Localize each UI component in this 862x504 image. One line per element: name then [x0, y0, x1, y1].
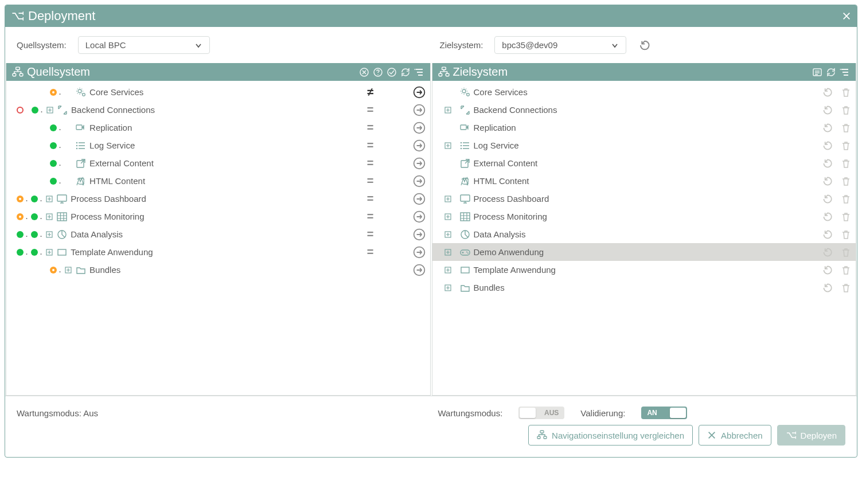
tree-row[interactable]: Replication: [432, 119, 856, 136]
expand-icon[interactable]: [444, 142, 452, 150]
check-icon[interactable]: [387, 67, 397, 77]
delete-icon[interactable]: [841, 105, 851, 115]
delete-icon[interactable]: [841, 158, 851, 169]
expand-icon[interactable]: [444, 266, 452, 274]
tree-row[interactable]: ..Process Monitoring=: [6, 208, 430, 225]
tree-row[interactable]: Log Service: [432, 136, 856, 154]
tree-row[interactable]: Template Anwendung: [432, 261, 856, 279]
transfer-icon[interactable]: [413, 86, 426, 99]
delete-icon[interactable]: [841, 87, 851, 97]
expand-icon[interactable]: [45, 248, 53, 256]
tree-row[interactable]: Bundles: [432, 279, 856, 296]
transfer-icon[interactable]: [413, 139, 426, 152]
cancel-button[interactable]: Abbrechen: [699, 425, 771, 446]
expand-icon[interactable]: [444, 284, 452, 292]
delete-icon[interactable]: [841, 123, 851, 133]
maintenance-toggle[interactable]: AUS: [518, 407, 564, 419]
delete-icon[interactable]: [841, 212, 851, 222]
tree-item-label: External Content: [474, 158, 818, 168]
transfer-icon[interactable]: [413, 193, 426, 205]
tree-row[interactable]: Demo Anwendung: [432, 243, 856, 261]
clear-icon[interactable]: [359, 67, 369, 77]
transfer-icon[interactable]: [413, 157, 426, 170]
target-system-select[interactable]: bpc35@dev09: [494, 36, 626, 54]
expand-icon[interactable]: [64, 266, 72, 274]
tree-row[interactable]: .Core Services≠: [6, 83, 430, 101]
transfer-icon[interactable]: [413, 210, 426, 223]
expand-icon[interactable]: [444, 106, 452, 114]
refresh-icon[interactable]: [826, 67, 836, 77]
transfer-icon[interactable]: [413, 246, 426, 259]
delete-icon[interactable]: [841, 247, 851, 257]
tree-row[interactable]: .Backend Connections=: [6, 101, 430, 119]
refresh-icon[interactable]: [400, 67, 411, 77]
revert-icon[interactable]: [821, 175, 833, 187]
pie-icon: [57, 229, 67, 240]
tree-row[interactable]: External Content: [432, 154, 856, 172]
close-icon[interactable]: [842, 11, 851, 21]
tree-row[interactable]: .Log Service=: [6, 136, 430, 154]
tree-row[interactable]: Data Analysis: [432, 225, 856, 243]
revert-icon[interactable]: [821, 211, 833, 222]
tree-row[interactable]: Process Dashboard: [432, 190, 856, 208]
revert-icon[interactable]: [821, 140, 833, 151]
revert-icon[interactable]: [821, 229, 833, 240]
help-icon[interactable]: [373, 67, 383, 77]
expand-icon[interactable]: [46, 106, 54, 114]
expand-icon[interactable]: [45, 195, 53, 203]
delete-icon[interactable]: [841, 140, 851, 151]
compare-nav-button[interactable]: Navigationseinstellung vergleichen: [528, 425, 693, 446]
transfer-icon[interactable]: [413, 175, 426, 187]
tree-item-label: Log Service: [474, 140, 818, 150]
details-icon[interactable]: [812, 67, 822, 77]
delete-icon[interactable]: [841, 229, 851, 240]
revert-icon[interactable]: [821, 104, 833, 116]
collapse-icon[interactable]: [414, 67, 424, 77]
expand-icon[interactable]: [444, 195, 452, 203]
tree-row[interactable]: .Replication=: [6, 119, 430, 136]
revert-icon[interactable]: [821, 264, 833, 276]
expand-icon[interactable]: [444, 230, 452, 239]
revert-icon[interactable]: [821, 158, 833, 169]
delete-icon[interactable]: [841, 176, 851, 186]
transfer-icon[interactable]: [413, 122, 426, 134]
delete-icon[interactable]: [841, 265, 851, 275]
expand-icon[interactable]: [444, 248, 452, 256]
transfer-icon[interactable]: [413, 264, 426, 276]
tree-row[interactable]: ..Process Dashboard=: [6, 190, 430, 208]
tree-row[interactable]: HTML Content: [432, 172, 856, 190]
tree-row[interactable]: Backend Connections: [432, 101, 856, 119]
reset-target-icon[interactable]: [638, 39, 650, 52]
expand-icon[interactable]: [45, 213, 53, 221]
source-maintenance-status: Wartungsmodus: Aus: [17, 408, 98, 418]
tree-row[interactable]: .Bundles: [6, 261, 430, 279]
tree-row[interactable]: ..Template Anwendung=: [6, 243, 430, 261]
revert-icon[interactable]: [821, 282, 833, 294]
equal-icon: =: [367, 121, 374, 134]
delete-icon[interactable]: [841, 283, 851, 293]
tree-row[interactable]: .External Content=: [6, 154, 430, 172]
tree-item-label: Process Dashboard: [474, 194, 818, 204]
revert-icon[interactable]: [821, 87, 833, 98]
transfer-icon[interactable]: [413, 228, 426, 241]
tree-icon: [537, 430, 547, 440]
revert-icon[interactable]: [821, 247, 833, 258]
delete-icon[interactable]: [841, 194, 851, 204]
source-panel-header: Quellsystem: [6, 63, 430, 81]
tree-icon: [438, 67, 450, 78]
tree-row[interactable]: Core Services: [432, 83, 856, 101]
target-panel-header: Zielsystem: [432, 63, 856, 81]
tree-row[interactable]: Process Monitoring: [432, 208, 856, 225]
revert-icon[interactable]: [821, 122, 833, 134]
tree-row[interactable]: ..Data Analysis=: [6, 225, 430, 243]
revert-icon[interactable]: [821, 193, 833, 205]
expand-icon[interactable]: [45, 230, 53, 239]
rect-icon: [460, 265, 470, 275]
validation-toggle[interactable]: AN: [641, 407, 687, 419]
source-system-select[interactable]: Local BPC: [78, 36, 210, 54]
transfer-icon[interactable]: [413, 104, 426, 116]
deploy-button[interactable]: Deployen: [777, 425, 845, 446]
collapse-icon[interactable]: [840, 67, 850, 77]
tree-row[interactable]: .HTML Content=: [6, 172, 430, 190]
expand-icon[interactable]: [444, 213, 452, 221]
